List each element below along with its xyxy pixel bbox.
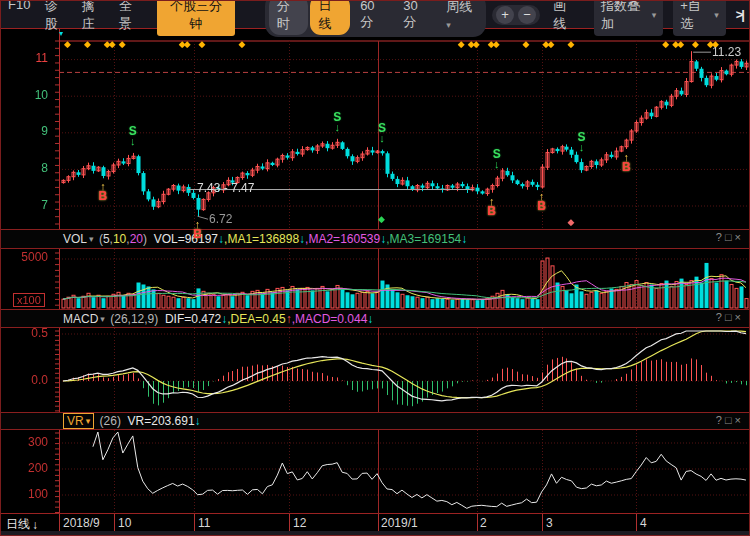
month-separator: [289, 514, 290, 532]
date-label-12: 12: [293, 516, 306, 530]
header-value: ,MA2=160539: [305, 232, 380, 246]
header-value: 5: [103, 232, 110, 246]
vol-panel-header: VOL▾ (5,10,20) VOL=96197↓,MA1=136898↓,MA…: [1, 229, 749, 249]
macd-indicator-label: MACD: [63, 312, 98, 326]
help-icon[interactable]: ?: [716, 414, 725, 426]
macd-panel-header: MACD▾ (26,12,9) DIF=0.472↓,DEA=0.45↑,MAC…: [1, 309, 749, 328]
header-value: ,MA3=169154: [386, 232, 461, 246]
month-separator: [114, 514, 115, 532]
buy-signal-marker: ↑B: [485, 196, 499, 216]
axis-label-5000: 5000: [1, 250, 53, 264]
zoom-out-button[interactable]: −: [518, 6, 536, 24]
toolbar: F10诊股擒庄全景 个股三分钟 分时日线60分30分周线▾ + − 画线 指数叠…: [1, 1, 749, 29]
sell-signal-marker: S↓: [574, 132, 588, 152]
close-icon[interactable]: ×: [735, 231, 744, 243]
signal-diamond-icon: ◆: [523, 39, 530, 49]
month-separator: [194, 514, 195, 532]
close-icon[interactable]: ×: [735, 414, 744, 426]
month-separator: [477, 514, 478, 532]
index-overlay-label: 指数叠加: [601, 0, 648, 33]
axis-label-100: 100: [1, 487, 53, 501]
signal-diamond-icon: ◆: [64, 39, 71, 49]
header-value: ,DEA=0.45: [227, 312, 285, 326]
signal-diamond-icon: ◆: [238, 39, 245, 49]
date-axis: 日线↓ 2018/91011122019/1234: [1, 513, 749, 532]
date-label-11: 11: [198, 516, 210, 530]
axis-label-7: 7: [1, 198, 53, 212]
macd-values: (26,12,9) DIF=0.472↓,DEA=0.45↑,MACD=0.04…: [107, 312, 373, 326]
header-value: (26): [96, 414, 127, 428]
vr-indicator-selector[interactable]: VR▾: [63, 413, 94, 429]
vol-indicator-label: VOL: [63, 232, 87, 246]
macd-chart[interactable]: [1, 328, 750, 412]
help-icon[interactable]: ?: [716, 231, 725, 243]
help-icon[interactable]: ?: [716, 311, 725, 323]
buy-signal-marker: ↑B: [96, 181, 110, 201]
arrow-down-icon: ↓: [490, 159, 504, 169]
date-label-10: 10: [118, 516, 131, 530]
vr-chart[interactable]: [1, 430, 750, 513]
axis-label-10: 10: [1, 88, 53, 102]
signal-diamond-icon: ◆: [458, 39, 465, 49]
axis-label-11: 11: [1, 51, 53, 65]
volume-chart[interactable]: [1, 249, 750, 309]
header-value: ,MACD=0.044: [292, 312, 368, 326]
month-separator: [542, 514, 543, 532]
axis-label-300: 300: [1, 435, 53, 449]
buy-signal-marker: ↑B: [619, 152, 633, 172]
date-label-2018/9: 2018/9: [63, 516, 100, 530]
sell-signal-marker: S↓: [375, 123, 389, 143]
sell-signal-marker: S↓: [330, 112, 344, 132]
header-value: 10: [113, 232, 126, 246]
maximize-icon[interactable]: □: [725, 311, 735, 323]
chevron-down-icon: ▾: [86, 416, 91, 426]
vol-indicator-selector[interactable]: VOL▾: [63, 232, 94, 246]
date-label-3: 3: [546, 516, 553, 530]
high-price-label: 11.23: [712, 45, 741, 59]
date-label-4: 4: [640, 516, 647, 530]
signal-diamond-icon: ◆: [692, 39, 699, 49]
axis-label-0.0: 0.0: [1, 373, 53, 387]
trend-arrow-icon: ↓: [461, 232, 467, 246]
green-diamond-icon: ◆: [378, 214, 385, 224]
trend-arrow-icon: ↓: [367, 312, 373, 326]
vol-values: (5,10,20) VOL=96197↓,MA1=136898↓,MA2=160…: [96, 232, 468, 246]
signal-diamond-icon: ◆: [473, 39, 480, 49]
bottom-strip: [1, 531, 749, 536]
signal-diamond-icon: ◆: [199, 39, 206, 49]
signal-diamond-icon: ◆: [677, 39, 684, 49]
header-value: (26,12,9): [107, 312, 165, 326]
header-value: VOL=96197: [154, 232, 218, 246]
signal-diamond-icon: ◆: [119, 39, 126, 49]
maximize-icon[interactable]: □: [725, 231, 735, 243]
zoom-in-button[interactable]: +: [496, 6, 514, 24]
collapse-panel-icon[interactable]: >|: [736, 7, 743, 22]
arrow-down-icon: ↓: [126, 136, 140, 146]
stock-app-window: F10诊股擒庄全景 个股三分钟 分时日线60分30分周线▾ + − 画线 指数叠…: [0, 0, 750, 536]
buy-signal-marker: ↑B: [535, 191, 549, 211]
header-value: 20: [130, 232, 143, 246]
date-label-2: 2: [480, 516, 487, 530]
signal-diamond-icon: ◆: [493, 39, 500, 49]
axis-label-8: 8: [1, 161, 53, 175]
date-label-2019/1: 2019/1: [381, 516, 418, 530]
low-price-label: 6.72: [209, 212, 232, 226]
header-value: ): [143, 232, 154, 246]
close-icon[interactable]: ×: [735, 311, 744, 323]
macd-indicator-selector[interactable]: MACD▾: [63, 312, 105, 326]
vr-indicator-label: VR: [67, 414, 84, 428]
arrow-down-icon: ↓: [32, 518, 38, 532]
zoom-button-group: + −: [492, 5, 540, 25]
axis-label-0.5: 0.5: [1, 326, 53, 340]
sell-signal-marker: S↓: [490, 149, 504, 169]
maximize-icon[interactable]: □: [725, 414, 735, 426]
chevron-down-icon: ▾: [89, 234, 94, 244]
header-value: VR=203.691: [128, 414, 195, 428]
signal-diamond-icon: ◆: [84, 39, 91, 49]
axis-label-x100: x100: [13, 293, 45, 307]
signal-diamond-icon: ◆: [548, 39, 555, 49]
signal-diamond-icon: ◆: [184, 39, 191, 49]
signal-diamond-icon: ◆: [567, 39, 574, 49]
trend-arrow-icon: ↓: [195, 414, 201, 428]
month-separator: [378, 514, 379, 532]
